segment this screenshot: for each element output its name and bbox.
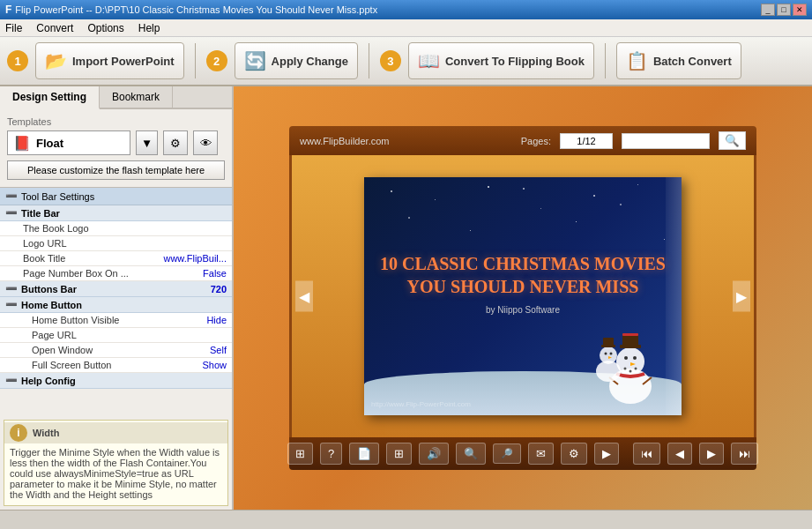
- tree-row-pagenumber[interactable]: Page Number Box On ... False: [0, 266, 232, 281]
- apply-label: Apply Change: [272, 55, 348, 68]
- preview-bottom-toolbar: ⊞ ? 📄 ⊞ 🔊 🔍 🔎 ✉ ⚙ ▶ ⏮ ◀ ▶ ⏭: [289, 437, 756, 470]
- batch-button[interactable]: 📋 Batch Convert: [616, 42, 741, 79]
- pb-fit-button[interactable]: ⊞: [287, 443, 313, 465]
- templates-section: Templates 📕 Float ▼ ⚙ 👁 Please customize…: [0, 109, 232, 188]
- pb-doc-button[interactable]: 📄: [349, 443, 379, 465]
- pb-zoom-in-button[interactable]: 🔍: [456, 443, 486, 465]
- apply-icon: 🔄: [244, 50, 266, 71]
- convert-icon: 📖: [418, 50, 440, 71]
- window-title: Flip PowerPoint -- D:\PPT\10 Classic Chr…: [15, 4, 377, 15]
- pb-share-button[interactable]: ✉: [528, 443, 554, 465]
- menu-bar: File Convert Options Help: [0, 19, 812, 37]
- slide-title: 10 CLASSIC CHRISTMAS MOVIES YOU SHOULD N…: [380, 252, 666, 298]
- pb-sound-button[interactable]: 🔊: [419, 443, 449, 465]
- pb-first-button[interactable]: ⏮: [633, 443, 660, 465]
- apply-button[interactable]: 🔄 Apply Change: [235, 42, 358, 79]
- settings-tree: ➖ Tool Bar Settings ➖ Title Bar The Book…: [0, 188, 232, 416]
- template-selector: 📕 Float ▼ ⚙ 👁: [7, 130, 225, 155]
- tree-section-buttonsbar[interactable]: ➖ Buttons Bar 720: [0, 281, 232, 297]
- pb-play-button[interactable]: ▶: [594, 443, 619, 465]
- window-controls: _ □ ✕: [761, 4, 807, 16]
- tab-design-setting[interactable]: Design Setting: [0, 86, 100, 109]
- step2-indicator: 2: [206, 50, 227, 71]
- step1-indicator: 1: [7, 50, 28, 71]
- info-icon: i: [10, 424, 27, 442]
- search-input[interactable]: [622, 133, 710, 149]
- batch-icon: 📋: [626, 50, 648, 71]
- convert-label: Convert To Flipping Book: [445, 55, 585, 68]
- template-dropdown[interactable]: 📕 Float: [7, 130, 130, 155]
- svg-point-5: [633, 356, 637, 360]
- import-label: Import PowerPoint: [72, 55, 175, 68]
- tree-row-booktitle[interactable]: Book Title www.FlipBuil...: [0, 251, 232, 266]
- step3-indicator: 3: [380, 50, 401, 71]
- nav-next-button[interactable]: ▶: [733, 281, 750, 312]
- book-preview: ◀ 10 CL: [289, 155, 756, 437]
- tab-bar: Design Setting Bookmark: [0, 86, 232, 109]
- pb-help-button[interactable]: ?: [320, 443, 342, 465]
- customize-button[interactable]: Please customize the flash template here: [7, 160, 225, 180]
- tree-section-titlebar[interactable]: ➖ Title Bar: [0, 205, 232, 221]
- import-icon: 📂: [45, 50, 67, 71]
- template-settings-button[interactable]: ⚙: [163, 130, 188, 155]
- info-box-header: i Width: [4, 422, 227, 443]
- menu-options[interactable]: Options: [87, 22, 123, 34]
- preview-url: www.FlipBuilder.com: [300, 136, 512, 146]
- pb-more-button[interactable]: ⚙: [561, 443, 587, 465]
- menu-file[interactable]: File: [5, 22, 22, 34]
- svg-point-8: [629, 370, 632, 373]
- slide-container: 10 CLASSIC CHRISTMAS MOVIES YOU SHOULD N…: [364, 177, 682, 415]
- tree-section-homebutton[interactable]: ➖ Home Button: [0, 297, 232, 313]
- tree-row-logourl[interactable]: Logo URL: [0, 236, 232, 251]
- pages-input[interactable]: [560, 133, 613, 149]
- tab-bookmark[interactable]: Bookmark: [100, 86, 173, 108]
- tree-header-toolbar[interactable]: ➖ Tool Bar Settings: [0, 188, 232, 205]
- menu-help[interactable]: Help: [138, 22, 160, 34]
- pb-thumbnails-button[interactable]: ⊞: [386, 443, 412, 465]
- convert-button[interactable]: 📖 Convert To Flipping Book: [408, 42, 594, 79]
- minimize-button[interactable]: _: [761, 4, 775, 16]
- pb-zoom-out-button[interactable]: 🔎: [493, 443, 521, 464]
- pages-label: Pages:: [521, 136, 551, 146]
- import-button[interactable]: 📂 Import PowerPoint: [35, 42, 184, 79]
- preview-top-bar: www.FlipBuilder.com Pages: 🔍: [289, 126, 756, 155]
- svg-point-9: [635, 368, 637, 370]
- batch-label: Batch Convert: [653, 55, 732, 68]
- search-button[interactable]: 🔍: [719, 131, 746, 150]
- slide-url: http://www.Flip-PowerPoint.com: [371, 400, 471, 408]
- title-bar: F Flip PowerPoint -- D:\PPT\10 Classic C…: [0, 0, 812, 19]
- svg-rect-16: [603, 338, 614, 346]
- pb-prev-button[interactable]: ◀: [667, 443, 692, 465]
- slide-subtitle: by Niippo Software: [380, 305, 666, 315]
- tree-row-fullscreen[interactable]: Full Screen Button Show: [0, 358, 232, 373]
- info-box-text: Trigger the Minime Style when the Width …: [10, 447, 222, 500]
- app-icon: F: [5, 4, 11, 16]
- preview-panel: www.FlipBuilder.com Pages: 🔍 ◀: [234, 86, 812, 510]
- template-preview-button[interactable]: 👁: [193, 130, 218, 155]
- separator2: [369, 43, 369, 78]
- info-box: i Width Trigger the Minime Style when th…: [4, 420, 228, 506]
- pb-last-button[interactable]: ⏭: [731, 443, 758, 465]
- left-panel: Design Setting Bookmark Templates 📕 Floa…: [0, 86, 234, 510]
- collapse-icon: ➖: [5, 190, 18, 202]
- templates-label: Templates: [7, 116, 225, 127]
- pb-next-button[interactable]: ▶: [699, 443, 724, 465]
- separator3: [605, 43, 606, 78]
- tree-row-booklogo[interactable]: The Book Logo: [0, 221, 232, 236]
- nav-prev-button[interactable]: ◀: [295, 281, 313, 312]
- tree-row-pageurl[interactable]: Page URL: [0, 328, 232, 343]
- page-curl: [666, 177, 682, 415]
- tree-section-helpconfig[interactable]: ➖ Help Config: [0, 373, 232, 389]
- template-name: Float: [36, 137, 63, 150]
- close-button[interactable]: ✕: [793, 4, 807, 16]
- menu-convert[interactable]: Convert: [36, 22, 73, 34]
- toolbar: 1 📂 Import PowerPoint 2 🔄 Apply Change 3…: [0, 37, 812, 86]
- template-arrow-button[interactable]: ▼: [136, 130, 158, 155]
- template-book-icon: 📕: [13, 135, 31, 152]
- maximize-button[interactable]: □: [777, 4, 791, 16]
- tree-row-openwindow[interactable]: Open Window Self: [0, 343, 232, 358]
- tree-row-homebuttonvisible[interactable]: Home Button Visible Hide: [0, 313, 232, 328]
- svg-point-18: [610, 353, 613, 355]
- separator1: [195, 43, 196, 78]
- main-content: Design Setting Bookmark Templates 📕 Floa…: [0, 86, 812, 510]
